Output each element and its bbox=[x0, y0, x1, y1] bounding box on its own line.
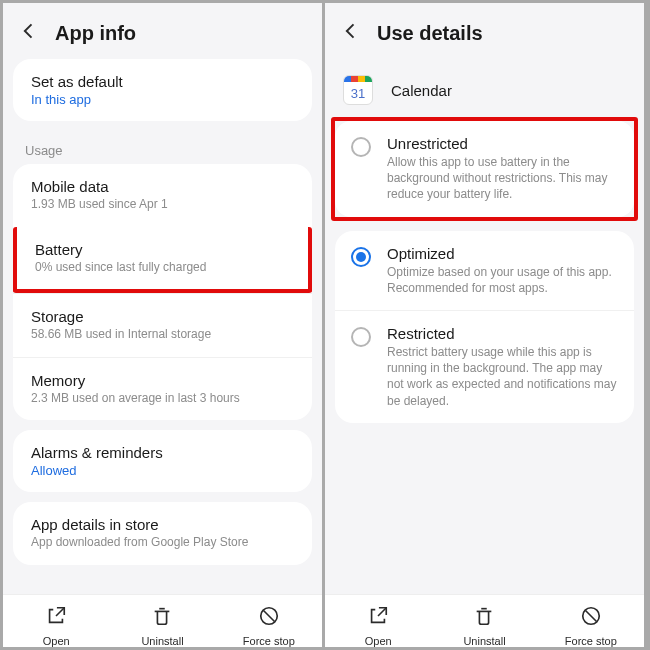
trash-icon bbox=[151, 605, 173, 631]
option-subtitle: Restrict battery usage while this app is… bbox=[387, 344, 618, 409]
force-stop-button[interactable]: Force stop bbox=[538, 605, 644, 647]
uninstall-label: Uninstall bbox=[463, 635, 505, 647]
option-title: Unrestricted bbox=[387, 135, 618, 152]
radio-icon bbox=[351, 247, 371, 267]
right-pane: Use details 31 Calendar Unrestricted All… bbox=[325, 3, 647, 647]
card-usage: Mobile data 1.93 MB used since Apr 1 Bat… bbox=[13, 164, 312, 420]
option-subtitle: Allow this app to use battery in the bac… bbox=[387, 154, 618, 203]
row-set-as-default[interactable]: Set as default In this app bbox=[13, 59, 312, 121]
row-title: Set as default bbox=[31, 73, 294, 90]
option-optimized[interactable]: Optimized Optimize based on your usage o… bbox=[335, 231, 634, 310]
open-label: Open bbox=[43, 635, 70, 647]
option-unrestricted[interactable]: Unrestricted Allow this app to use batte… bbox=[335, 121, 634, 217]
stop-icon bbox=[258, 605, 280, 631]
card-alarms: Alarms & reminders Allowed bbox=[13, 430, 312, 492]
app-identity-row: 31 Calendar bbox=[325, 59, 644, 117]
radio-icon bbox=[351, 137, 371, 157]
row-subtitle: 58.66 MB used in Internal storage bbox=[31, 327, 294, 343]
open-external-icon bbox=[367, 605, 389, 631]
card-options: Optimized Optimize based on your usage o… bbox=[335, 231, 634, 423]
row-store-details[interactable]: App details in store App downloaded from… bbox=[13, 502, 312, 565]
row-memory[interactable]: Memory 2.3 MB used on average in last 3 … bbox=[13, 357, 312, 421]
row-battery[interactable]: Battery 0% used since last fully charged bbox=[13, 227, 312, 294]
row-storage[interactable]: Storage 58.66 MB used in Internal storag… bbox=[13, 293, 312, 357]
header-app-info: App info bbox=[3, 3, 322, 59]
row-subtitle: In this app bbox=[31, 92, 294, 107]
row-alarms[interactable]: Alarms & reminders Allowed bbox=[13, 430, 312, 492]
row-subtitle: 2.3 MB used on average in last 3 hours bbox=[31, 391, 294, 407]
row-title: App details in store bbox=[31, 516, 294, 533]
row-subtitle: 1.93 MB used since Apr 1 bbox=[31, 197, 294, 213]
option-restricted[interactable]: Restricted Restrict battery usage while … bbox=[335, 310, 634, 423]
highlight-unrestricted: Unrestricted Allow this app to use batte… bbox=[331, 117, 638, 221]
bottom-bar: Open Uninstall Force stop bbox=[325, 594, 644, 647]
row-title: Mobile data bbox=[31, 178, 294, 195]
uninstall-button[interactable]: Uninstall bbox=[431, 605, 537, 647]
row-title: Storage bbox=[31, 308, 294, 325]
row-subtitle: Allowed bbox=[31, 463, 294, 478]
trash-icon bbox=[473, 605, 495, 631]
chevron-left-icon[interactable] bbox=[341, 21, 361, 45]
calendar-day: 31 bbox=[344, 82, 372, 104]
app-name: Calendar bbox=[391, 82, 452, 99]
option-subtitle: Optimize based on your usage of this app… bbox=[387, 264, 618, 296]
option-title: Restricted bbox=[387, 325, 618, 342]
settings-list: Set as default In this app Usage Mobile … bbox=[3, 59, 322, 594]
uninstall-label: Uninstall bbox=[141, 635, 183, 647]
bottom-bar: Open Uninstall Force stop bbox=[3, 594, 322, 647]
force-stop-button[interactable]: Force stop bbox=[216, 605, 322, 647]
row-title: Battery bbox=[35, 241, 290, 258]
open-button[interactable]: Open bbox=[3, 605, 109, 647]
radio-icon bbox=[351, 327, 371, 347]
open-label: Open bbox=[365, 635, 392, 647]
left-pane: App info Set as default In this app Usag… bbox=[3, 3, 325, 647]
force-stop-label: Force stop bbox=[565, 635, 617, 647]
open-button[interactable]: Open bbox=[325, 605, 431, 647]
page-title: App info bbox=[55, 22, 136, 45]
row-subtitle: 0% used since last fully charged bbox=[35, 260, 290, 276]
row-mobile-data[interactable]: Mobile data 1.93 MB used since Apr 1 bbox=[13, 164, 312, 227]
uninstall-button[interactable]: Uninstall bbox=[109, 605, 215, 647]
header-use-details: Use details bbox=[325, 3, 644, 59]
section-label-usage: Usage bbox=[3, 131, 322, 164]
row-title: Memory bbox=[31, 372, 294, 389]
open-external-icon bbox=[45, 605, 67, 631]
row-subtitle: App downloaded from Google Play Store bbox=[31, 535, 294, 551]
card-default: Set as default In this app bbox=[13, 59, 312, 121]
chevron-left-icon[interactable] bbox=[19, 21, 39, 45]
card-store-details: App details in store App downloaded from… bbox=[13, 502, 312, 565]
page-title: Use details bbox=[377, 22, 483, 45]
calendar-icon: 31 bbox=[343, 75, 373, 105]
stop-icon bbox=[580, 605, 602, 631]
row-title: Alarms & reminders bbox=[31, 444, 294, 461]
option-title: Optimized bbox=[387, 245, 618, 262]
force-stop-label: Force stop bbox=[243, 635, 295, 647]
